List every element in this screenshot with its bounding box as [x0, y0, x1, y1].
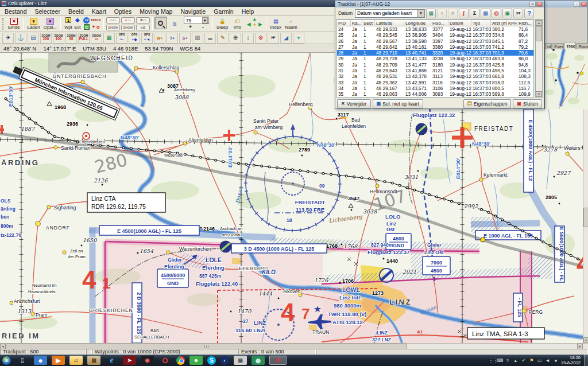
tray-icon-keyboard[interactable]: ⌨: [497, 358, 502, 363]
info-button[interactable]: 🏷Info: [230, 17, 245, 31]
tracklist-scrollbar[interactable]: ▲ ▼: [535, 20, 543, 98]
column-header[interactable]: Hoo...: [431, 20, 448, 26]
close-button[interactable]: ▣Sluiten: [513, 99, 542, 108]
column-header[interactable]: PID: [337, 20, 351, 26]
scroll-down-icon[interactable]: ▼: [583, 337, 588, 343]
menu-item-beeld[interactable]: Beeld: [68, 8, 84, 15]
profile-button[interactable]: [280, 33, 292, 44]
track-display-toggle[interactable]: ≋⊟: [136, 25, 150, 31]
index-button[interactable]: ▤Index: [268, 17, 283, 31]
scroll-up-icon[interactable]: ▲: [536, 20, 542, 26]
show-toggle-button[interactable]: SHOW: [106, 25, 120, 31]
scroll-right-icon[interactable]: ►: [577, 344, 583, 349]
taskbar-icon-opera[interactable]: O: [158, 356, 172, 365]
copy-map-button[interactable]: [28, 33, 39, 44]
h2-button[interactable]: H²: [268, 33, 279, 44]
tray-icon-grip[interactable]: ⋮⋮: [489, 358, 494, 363]
zoom-in-button[interactable]: +: [189, 24, 192, 30]
name-search-button[interactable]: ⌕Naam: [283, 17, 299, 31]
goto-map-button[interactable]: [502, 9, 512, 18]
comment-icon[interactable]: C: [84, 24, 90, 30]
zoom-100-button[interactable]: ZOOM100: [53, 33, 64, 44]
map-n-button[interactable]: [481, 9, 490, 18]
zoom-select-button[interactable]: ZOOM▭: [91, 33, 102, 44]
scroll-left-icon[interactable]: ◄: [0, 344, 6, 349]
chevron-down-icon[interactable]: ▼: [202, 17, 208, 24]
column-header[interactable]: Longitude: [404, 20, 431, 26]
gps-event-button[interactable]: GPS: [129, 33, 140, 44]
center-target-button[interactable]: [492, 9, 501, 18]
names-display-toggle[interactable]: o ▭: [121, 17, 135, 24]
tray-icon-shield[interactable]: ✔: [521, 358, 527, 363]
column-header[interactable]: Datum: [448, 20, 471, 26]
column-header[interactable]: Ka...: [351, 20, 362, 26]
sleep-button[interactable]: 🔒Sleep: [215, 17, 230, 31]
waypoint-icon[interactable]: 1: [65, 17, 71, 23]
gps-wpt-button[interactable]: GPS: [116, 33, 127, 44]
renumber-button[interactable]: [448, 9, 458, 18]
track-row[interactable]: 26Ja148 29,56713 39,590339719-aug-1216:3…: [337, 38, 533, 44]
track-gps-button[interactable]: [167, 33, 178, 44]
track-row[interactable]: 35Ja148 29,06313 44,006309319-aug-1216:3…: [337, 91, 533, 97]
select-not-on-map-button[interactable]: ▦Sel. niet op kaart: [373, 99, 423, 108]
menu-item-help[interactable]: Help: [242, 8, 254, 15]
column-header[interactable]: Afst (m): [491, 20, 507, 26]
column-header[interactable]: Rich...: [517, 20, 534, 26]
menu-item-selecteer[interactable]: Selecteer: [35, 8, 60, 15]
statistics-button[interactable]: [470, 9, 479, 18]
track-curve-button[interactable]: [459, 9, 469, 18]
map-view-button[interactable]: [103, 33, 115, 44]
toolbar-grip[interactable]: [2, 18, 5, 30]
taskbar-icon-cat[interactable]: ▣: [234, 356, 247, 365]
menu-item-kaart[interactable]: Kaart: [92, 8, 106, 15]
show-desktop-button[interactable]: [584, 355, 588, 366]
updown-button[interactable]: [242, 33, 254, 44]
pan-arrows[interactable]: ▲ ◀●▶: [246, 17, 263, 31]
magnifier-button[interactable]: [154, 17, 167, 29]
tracklist-titlebar[interactable]: Tracklist - [1]07-AUG-12 ⧉ ✕: [335, 1, 544, 7]
column-header[interactable]: Sect: [362, 20, 375, 26]
taskbar-icon-skype[interactable]: S: [207, 356, 216, 365]
tray-icon-window[interactable]: ▭: [537, 358, 543, 363]
tray-icon-help[interactable]: ?: [505, 358, 510, 363]
column-header[interactable]: Latitude: [375, 20, 404, 26]
wpt-display-toggle[interactable]: ⚑▭: [136, 17, 150, 24]
help-button[interactable]: [524, 9, 534, 18]
zoom-200-button[interactable]: ZOOM200: [40, 33, 52, 44]
hscroll-thumb[interactable]: [6, 344, 407, 349]
menu-item-navigatie[interactable]: Navigatie: [180, 8, 206, 15]
min-button[interactable]: [204, 33, 216, 44]
tray-icon-flag[interactable]: ⚑: [529, 358, 535, 363]
properties-button[interactable]: 🗔Eigenschappen: [463, 99, 512, 108]
vscroll-thumb[interactable]: [583, 208, 588, 227]
taskbar-icon-ozi[interactable]: ✈: [269, 356, 287, 365]
taskbar-icon-globe[interactable]: ◍: [252, 356, 265, 365]
taskbar-icon-chrome[interactable]: [176, 356, 185, 365]
sym-gps-button[interactable]: [179, 33, 191, 44]
menu-item-garmin[interactable]: Garmin: [214, 8, 233, 15]
wpt-gps-button[interactable]: [154, 33, 165, 44]
track-row[interactable]: 28Ja148 29,71013 40,741332019-aug-1216:3…: [337, 50, 533, 56]
zoom-level-combo[interactable]: 75▼: [184, 17, 209, 24]
tab-track[interactable]: Track: [564, 42, 576, 49]
mob-button[interactable]: [192, 33, 203, 44]
tray-icon-up[interactable]: ▴: [513, 358, 519, 363]
delete-button[interactable]: [255, 33, 266, 44]
datum-combo[interactable]: Datum van geladen kaart ▼: [355, 9, 425, 18]
pan-right-icon[interactable]: ▶: [258, 22, 262, 27]
scroll-down-icon[interactable]: ▼: [536, 91, 542, 97]
trackpoint-icon[interactable]: 12: [83, 17, 90, 24]
track-row[interactable]: 31Ja148 29,64313 41,868312119-aug-1216:3…: [337, 68, 533, 73]
column-header[interactable]: KPH: [507, 20, 517, 26]
chevron-down-icon[interactable]: ▼: [417, 10, 424, 17]
anchor-button[interactable]: [15, 33, 26, 44]
plane-button[interactable]: [2, 33, 14, 44]
taskbar-icon-navy[interactable]: ◐: [220, 356, 229, 365]
track-row[interactable]: 27Ja148 29,64213 40,181338019-aug-1216:3…: [337, 44, 533, 50]
tracklist-scroll-thumb[interactable]: [536, 26, 542, 41]
zoom-full-button[interactable]: ZOOMFULL: [78, 33, 90, 44]
taskbar-icon-wallet[interactable]: ▤: [87, 356, 100, 365]
restore-icon[interactable]: ⧉: [529, 2, 536, 7]
pencil-button[interactable]: [217, 33, 229, 44]
pan-up-icon[interactable]: ▲: [252, 17, 257, 22]
